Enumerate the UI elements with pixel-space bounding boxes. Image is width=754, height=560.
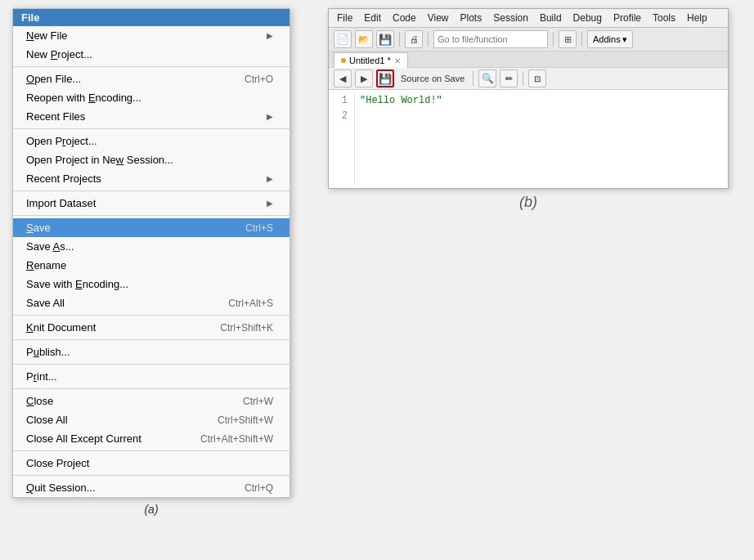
menubar-build[interactable]: Build <box>535 11 567 25</box>
panel-a: File New File ▶ New Project... Open File… <box>8 8 294 552</box>
menu-item-save-as[interactable]: Save As... <box>13 237 289 256</box>
menu-item-quit-session[interactable]: Quit Session... Ctrl+Q <box>13 478 289 497</box>
menu-item-reopen-encoding[interactable]: Reopen with Encoding... <box>13 88 289 107</box>
file-menu-dropdown: File New File ▶ New Project... Open File… <box>12 8 290 498</box>
menu-header: File <box>13 9 289 26</box>
line-number: 2 <box>332 109 348 124</box>
menu-divider <box>13 364 289 365</box>
open-file-icon: 📂 <box>358 34 370 45</box>
menubar-help[interactable]: Help <box>682 11 712 25</box>
rstudio-window: File Edit Code View Plots Session Build … <box>328 8 729 189</box>
menu-divider <box>13 315 289 316</box>
menu-item-new-file[interactable]: New File ▶ <box>13 26 289 45</box>
toolbar-separator <box>428 32 429 47</box>
layout-icon: ⊡ <box>534 74 541 83</box>
menu-item-import-dataset[interactable]: Import Dataset ▶ <box>13 194 289 213</box>
forward-icon: ▶ <box>361 74 367 84</box>
menubar-plots[interactable]: Plots <box>456 11 487 25</box>
menu-item-save-all[interactable]: Save All Ctrl+Alt+S <box>13 293 289 312</box>
rstudio-menubar: File Edit Code View Plots Session Build … <box>329 9 728 28</box>
menu-item-publish[interactable]: Publish... <box>13 343 289 361</box>
addins-button[interactable]: Addins ▾ <box>587 30 633 48</box>
submenu-arrow-icon: ▶ <box>267 174 273 183</box>
menu-divider <box>13 215 289 216</box>
toolbar-separator <box>553 32 554 47</box>
menubar-tools[interactable]: Tools <box>648 11 680 25</box>
new-file-toolbar-btn[interactable]: 📄 <box>334 30 352 48</box>
editor-layout-btn[interactable]: ⊡ <box>528 69 546 87</box>
save-floppy-highlighted-icon: 💾 <box>379 73 392 85</box>
print-toolbar-btn[interactable]: 🖨 <box>405 30 423 48</box>
menubar-session[interactable]: Session <box>488 11 533 25</box>
tab-label: Untitled1 * <box>349 56 391 65</box>
submenu-arrow-icon: ▶ <box>267 31 273 40</box>
menu-item-close-project[interactable]: Close Project <box>13 454 289 473</box>
menu-divider <box>13 388 289 389</box>
menu-divider <box>13 450 289 451</box>
source-on-save-label: Source on Save <box>401 74 465 83</box>
toolbar-separator <box>581 32 582 47</box>
menu-item-save-with-encoding[interactable]: Save with Encoding... <box>13 275 289 293</box>
goto-file-input[interactable] <box>433 30 548 48</box>
addins-label: Addins <box>593 34 621 44</box>
toolbar-separator <box>523 71 523 86</box>
menu-item-close[interactable]: Close Ctrl+W <box>13 392 289 410</box>
code-content[interactable]: "Hello World!" <box>360 93 442 185</box>
editor-body: 1 2 "Hello World!" <box>329 90 728 188</box>
editor-options-btn[interactable]: ✏ <box>500 69 518 87</box>
menu-item-save[interactable]: Save Ctrl+S <box>13 218 289 237</box>
menu-divider <box>13 190 289 191</box>
submenu-arrow-icon: ▶ <box>267 112 273 121</box>
menu-divider <box>13 475 289 476</box>
save-toolbar-btn[interactable]: 💾 <box>376 30 394 48</box>
menu-header-label: File <box>21 11 39 24</box>
editor-toolbar2: ◀ ▶ 💾 Source on Save 🔍 ✏ ⊡ <box>329 68 728 90</box>
grid-view-btn[interactable]: ⊞ <box>559 30 577 48</box>
menu-item-open-project-new-session[interactable]: Open Project in New Session... <box>13 150 289 169</box>
open-file-toolbar-btn[interactable]: 📂 <box>355 30 373 48</box>
editor-forward-btn[interactable]: ▶ <box>355 69 373 87</box>
toolbar-separator <box>473 71 473 86</box>
search-icon: 🔍 <box>482 73 494 84</box>
menu-divider <box>13 339 289 340</box>
menubar-view[interactable]: View <box>423 11 454 25</box>
menubar-edit[interactable]: Edit <box>359 11 386 25</box>
back-icon: ◀ <box>339 74 346 84</box>
menu-item-recent-files[interactable]: Recent Files ▶ <box>13 107 289 126</box>
menu-item-close-all[interactable]: Close All Ctrl+Shift+W <box>13 410 289 429</box>
code-line-2 <box>360 109 442 124</box>
addins-dropdown-icon: ▾ <box>622 34 627 45</box>
line-number: 1 <box>332 93 348 109</box>
menu-item-recent-projects[interactable]: Recent Projects ▶ <box>13 169 289 188</box>
menu-item-print[interactable]: Print... <box>13 367 289 386</box>
menu-item-new-project[interactable]: New Project... <box>13 45 289 64</box>
line-numbers: 1 2 <box>332 93 355 185</box>
menu-item-knit-document[interactable]: Knit Document Ctrl+Shift+K <box>13 318 289 337</box>
menubar-file[interactable]: File <box>332 11 357 25</box>
code-line-1: "Hello World!" <box>360 93 442 109</box>
menu-item-open-file[interactable]: Open File... Ctrl+O <box>13 69 289 88</box>
save-highlighted-button[interactable]: 💾 <box>376 69 394 87</box>
editor-tabs: Untitled1 * ✕ <box>329 52 728 68</box>
tab-modified-dot <box>341 58 346 63</box>
menu-item-open-project[interactable]: Open Project... <box>13 132 289 150</box>
search-button[interactable]: 🔍 <box>478 69 496 87</box>
menu-item-rename[interactable]: Rename <box>13 256 289 275</box>
editor-tab-untitled1[interactable]: Untitled1 * ✕ <box>334 52 408 68</box>
menubar-debug[interactable]: Debug <box>568 11 607 25</box>
print-icon: 🖨 <box>410 34 419 44</box>
main-toolbar: 📄 📂 💾 🖨 ⊞ Addins ▾ <box>329 28 728 52</box>
editor-back-btn[interactable]: ◀ <box>334 69 352 87</box>
menu-item-close-all-except-current[interactable]: Close All Except Current Ctrl+Alt+Shift+… <box>13 429 289 448</box>
panel-b-content-label: (b) <box>519 194 537 211</box>
tab-close-button[interactable]: ✕ <box>394 56 401 65</box>
menubar-profile[interactable]: Profile <box>608 11 646 25</box>
menubar-code[interactable]: Code <box>388 11 421 25</box>
pencil-icon: ✏ <box>505 74 513 84</box>
panel-b: File Edit Code View Plots Session Build … <box>311 8 746 552</box>
new-file-icon: 📄 <box>337 34 349 45</box>
menu-divider <box>13 128 289 129</box>
grid-icon: ⊞ <box>564 34 572 45</box>
menu-divider <box>13 66 289 67</box>
panel-a-label: (a) <box>144 503 158 516</box>
